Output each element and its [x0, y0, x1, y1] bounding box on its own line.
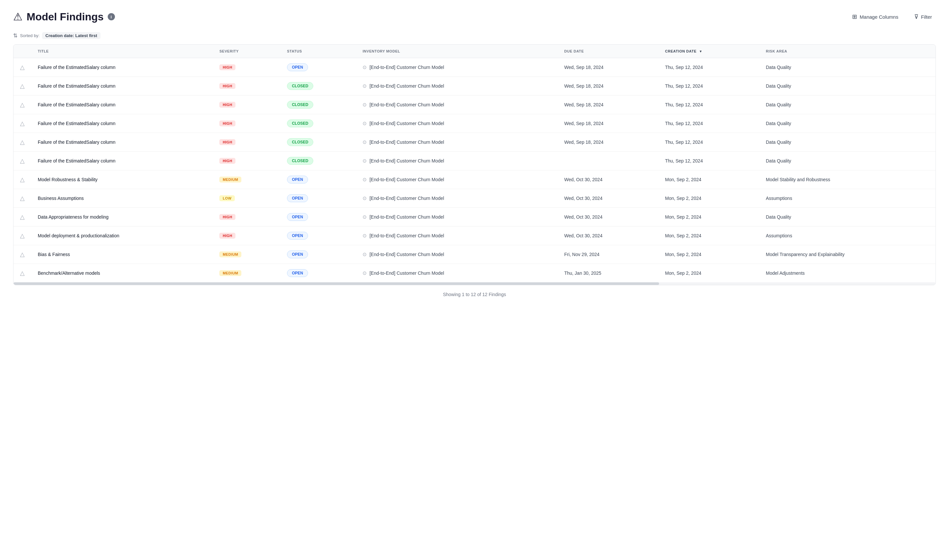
row-status: CLOSED	[280, 114, 356, 133]
table-row[interactable]: △ Data Appropriateness for modeling HIGH…	[14, 208, 935, 226]
row-icon-cell: △	[14, 226, 31, 245]
row-inventory-model: ⊙ [End-to-End] Customer Churn Model	[356, 189, 558, 208]
severity-badge: MEDIUM	[219, 177, 241, 183]
col-icon	[14, 45, 31, 58]
row-inventory-model: ⊙ [End-to-End] Customer Churn Model	[356, 170, 558, 189]
row-creation-date: Thu, Sep 12, 2024	[658, 95, 759, 114]
status-badge: OPEN	[287, 251, 308, 258]
row-inventory-model: ⊙ [End-to-End] Customer Churn Model	[356, 245, 558, 264]
findings-table: TITLE SEVERITY STATUS INVENTORY MODEL DU…	[13, 44, 936, 285]
table-row[interactable]: △ Failure of the EstimatedSalary column …	[14, 152, 935, 170]
row-creation-date: Mon, Sep 2, 2024	[658, 208, 759, 226]
cycle-icon: ⊙	[362, 177, 367, 183]
row-status: OPEN	[280, 245, 356, 264]
row-risk-area: Model Transparency and Explainability	[759, 245, 935, 264]
row-icon-cell: △	[14, 77, 31, 95]
row-creation-date: Mon, Sep 2, 2024	[658, 226, 759, 245]
row-severity: HIGH	[213, 114, 280, 133]
row-warning-icon: △	[20, 270, 25, 276]
manage-columns-button[interactable]: ⊞ Manage Columns	[848, 11, 902, 23]
row-title: Benchmark/Alternative models	[31, 264, 213, 283]
severity-badge: HIGH	[219, 83, 236, 89]
table-row[interactable]: △ Failure of the EstimatedSalary column …	[14, 114, 935, 133]
row-due-date: Wed, Sep 18, 2024	[558, 77, 658, 95]
row-icon-cell: △	[14, 208, 31, 226]
row-status: CLOSED	[280, 77, 356, 95]
row-risk-area: Model Adjustments	[759, 264, 935, 283]
table-row[interactable]: △ Model deployment & productionalization…	[14, 226, 935, 245]
row-warning-icon: △	[20, 83, 25, 89]
severity-badge: MEDIUM	[219, 251, 241, 257]
row-risk-area: Assumptions	[759, 226, 935, 245]
severity-badge: HIGH	[219, 214, 236, 220]
row-warning-icon: △	[20, 120, 25, 127]
row-warning-icon: △	[20, 102, 25, 108]
col-inventory-model: INVENTORY MODEL	[356, 45, 558, 58]
row-risk-area: Assumptions	[759, 189, 935, 208]
warning-icon: ⚠	[13, 11, 23, 23]
row-due-date: Wed, Sep 18, 2024	[558, 58, 658, 77]
col-creation-date[interactable]: CREATION DATE ▼	[658, 45, 759, 58]
severity-badge: LOW	[219, 195, 235, 201]
sort-label: Sorted by:	[20, 33, 39, 38]
cycle-icon: ⊙	[362, 120, 367, 126]
row-severity: HIGH	[213, 133, 280, 152]
row-severity: HIGH	[213, 95, 280, 114]
table-row[interactable]: △ Failure of the EstimatedSalary column …	[14, 77, 935, 95]
row-risk-area: Data Quality	[759, 152, 935, 170]
row-warning-icon: △	[20, 158, 25, 164]
row-due-date: Wed, Sep 18, 2024	[558, 114, 658, 133]
table-row[interactable]: △ Benchmark/Alternative models MEDIUM OP…	[14, 264, 935, 283]
filter-button[interactable]: ⊽ Filter	[910, 11, 936, 23]
status-badge: OPEN	[287, 232, 308, 240]
table-row[interactable]: △ Bias & Fairness MEDIUM OPEN ⊙ [End-to-…	[14, 245, 935, 264]
row-title: Business Assumptions	[31, 189, 213, 208]
info-icon[interactable]: i	[108, 13, 115, 20]
row-warning-icon: △	[20, 176, 25, 183]
table-row[interactable]: △ Failure of the EstimatedSalary column …	[14, 95, 935, 114]
row-due-date	[558, 152, 658, 170]
row-creation-date: Thu, Sep 12, 2024	[658, 58, 759, 77]
row-risk-area: Data Quality	[759, 95, 935, 114]
row-severity: HIGH	[213, 226, 280, 245]
row-creation-date: Mon, Sep 2, 2024	[658, 170, 759, 189]
row-creation-date: Mon, Sep 2, 2024	[658, 245, 759, 264]
row-severity: MEDIUM	[213, 245, 280, 264]
horizontal-scrollbar[interactable]	[14, 282, 935, 285]
row-icon-cell: △	[14, 170, 31, 189]
col-title: TITLE	[31, 45, 213, 58]
row-warning-icon: △	[20, 251, 25, 258]
row-risk-area: Data Quality	[759, 133, 935, 152]
col-risk-area: RISK AREA	[759, 45, 935, 58]
row-due-date: Wed, Oct 30, 2024	[558, 170, 658, 189]
row-creation-date: Thu, Sep 12, 2024	[658, 133, 759, 152]
table-row[interactable]: △ Failure of the EstimatedSalary column …	[14, 133, 935, 152]
row-due-date: Wed, Sep 18, 2024	[558, 95, 658, 114]
severity-badge: HIGH	[219, 139, 236, 145]
row-due-date: Wed, Sep 18, 2024	[558, 133, 658, 152]
table-row[interactable]: △ Failure of the EstimatedSalary column …	[14, 58, 935, 77]
row-icon-cell: △	[14, 58, 31, 77]
row-status: CLOSED	[280, 152, 356, 170]
col-due-date: DUE DATE	[558, 45, 658, 58]
table-row[interactable]: △ Model Robustness & Stability MEDIUM OP…	[14, 170, 935, 189]
status-badge: CLOSED	[287, 82, 313, 90]
table-row[interactable]: △ Business Assumptions LOW OPEN ⊙ [End-t…	[14, 189, 935, 208]
row-severity: HIGH	[213, 208, 280, 226]
col-severity: SEVERITY	[213, 45, 280, 58]
row-title: Data Appropriateness for modeling	[31, 208, 213, 226]
row-creation-date: Thu, Sep 12, 2024	[658, 114, 759, 133]
row-title: Model deployment & productionalization	[31, 226, 213, 245]
status-badge: CLOSED	[287, 101, 313, 109]
columns-icon: ⊞	[852, 13, 857, 20]
status-badge: CLOSED	[287, 120, 313, 128]
row-title: Bias & Fairness	[31, 245, 213, 264]
row-title: Failure of the EstimatedSalary column	[31, 58, 213, 77]
status-badge: OPEN	[287, 63, 308, 71]
row-due-date: Wed, Oct 30, 2024	[558, 208, 658, 226]
cycle-icon: ⊙	[362, 83, 367, 89]
cycle-icon: ⊙	[362, 102, 367, 108]
row-risk-area: Data Quality	[759, 208, 935, 226]
row-icon-cell: △	[14, 264, 31, 283]
status-badge: OPEN	[287, 269, 308, 277]
